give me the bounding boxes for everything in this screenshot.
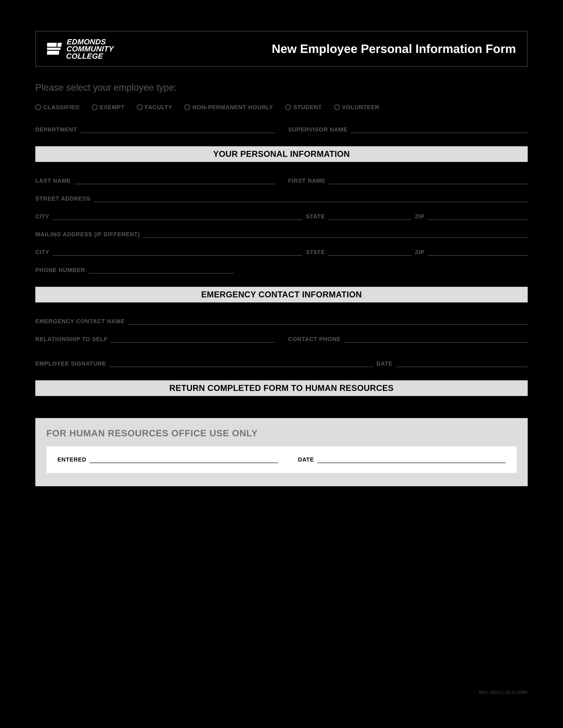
input-city2[interactable] (53, 250, 303, 256)
label-city2: CITY (35, 249, 49, 256)
input-state2[interactable] (328, 250, 412, 256)
label-supervisor: SUPERVISOR NAME (288, 126, 348, 133)
input-city[interactable] (53, 214, 303, 220)
radio-student[interactable]: STUDENT (285, 104, 322, 111)
input-entered[interactable] (90, 457, 278, 463)
input-state[interactable] (328, 214, 412, 220)
radio-label: NON-PERMANENT HOURLY (192, 104, 273, 111)
label-date: DATE (377, 360, 393, 367)
label-state2: STATE (306, 249, 325, 256)
org-name: EDMONDS COMMUNITY COLLEGE (66, 38, 114, 60)
hr-use-only-box: FOR HUMAN RESOURCES OFFICE USE ONLY ENTE… (35, 418, 528, 486)
radio-icon (334, 104, 340, 110)
input-first-name[interactable] (329, 178, 528, 184)
logo-icon (47, 41, 62, 56)
radio-classified[interactable]: CLASSIFIED (35, 104, 80, 111)
input-date[interactable] (396, 361, 528, 367)
input-last-name[interactable] (74, 178, 275, 184)
label-city: CITY (35, 213, 49, 220)
label-signature: EMPLOYEE SIGNATURE (35, 360, 106, 367)
form-title: New Employee Personal Information Form (272, 42, 516, 56)
header-banner: EDMONDS COMMUNITY COLLEGE New Employee P… (35, 31, 528, 67)
input-relationship[interactable] (111, 337, 275, 343)
label-relationship: RELATIONSHIP TO SELF (35, 336, 108, 343)
svg-rect-0 (47, 43, 57, 47)
svg-rect-2 (47, 48, 61, 50)
label-hr-date: DATE (298, 456, 314, 463)
label-contact-phone: CONTACT PHONE (288, 336, 341, 343)
label-zip2: ZIP (415, 249, 424, 256)
org-line2: COMMUNITY (66, 45, 114, 52)
svg-rect-1 (57, 43, 62, 47)
label-street: STREET ADDRESS (35, 195, 90, 202)
input-hr-date[interactable] (317, 457, 506, 463)
input-mailing[interactable] (143, 232, 528, 238)
radio-icon (285, 104, 291, 110)
label-zip: ZIP (415, 213, 424, 220)
label-last-name: LAST NAME (35, 177, 71, 184)
input-zip2[interactable] (428, 250, 528, 256)
hr-inner: ENTERED DATE (46, 446, 517, 473)
section-emergency: EMERGENCY CONTACT INFORMATION (35, 287, 528, 302)
org-logo: EDMONDS COMMUNITY COLLEGE (47, 38, 114, 60)
input-supervisor[interactable] (351, 127, 528, 133)
radio-label: VOLUNTEER (342, 104, 379, 111)
input-signature[interactable] (109, 361, 373, 367)
label-phone: PHONE NUMBER (35, 267, 85, 274)
input-phone[interactable] (88, 268, 234, 274)
radio-icon (137, 104, 143, 110)
section-personal-info: YOUR PERSONAL INFORMATION (35, 146, 528, 162)
radio-icon (92, 104, 98, 110)
radio-label: EXEMPT (100, 104, 125, 111)
label-first-name: FIRST NAME (288, 177, 326, 184)
org-line3: COLLEGE (66, 53, 113, 60)
input-zip[interactable] (428, 214, 528, 220)
radio-label: STUDENT (293, 104, 322, 111)
radio-label: FACULTY (145, 104, 172, 111)
label-department: DEPARTMENT (35, 126, 77, 133)
label-emergency-name: EMERGENCY CONTACT NAME (35, 318, 125, 325)
radio-exempt[interactable]: EXEMPT (92, 104, 125, 111)
radio-faculty[interactable]: FACULTY (137, 104, 172, 111)
hr-title: FOR HUMAN RESOURCES OFFICE USE ONLY (46, 428, 517, 439)
input-contact-phone[interactable] (344, 337, 528, 343)
radio-icon (184, 104, 190, 110)
radio-label: CLASSIFIED (43, 104, 80, 111)
label-state: STATE (306, 213, 325, 220)
radio-non-permanent-hourly[interactable]: NON-PERMANENT HOURLY (184, 104, 273, 111)
input-street[interactable] (94, 196, 528, 202)
org-line1: EDMONDS (67, 38, 114, 45)
svg-rect-3 (47, 51, 59, 55)
revision-footer: REV. 03/11 | 10-11-030F (479, 690, 528, 695)
radio-icon (35, 104, 41, 110)
label-mailing: MAILING ADDRESS (IF DIFFERENT) (35, 231, 140, 238)
employee-type-options: CLASSIFIED EXEMPT FACULTY NON-PERMANENT … (35, 104, 528, 111)
input-emergency-name[interactable] (128, 319, 528, 325)
intro-text: Please select your employee type: (35, 82, 528, 93)
input-department[interactable] (80, 127, 275, 133)
label-entered: ENTERED (57, 456, 86, 463)
section-return: RETURN COMPLETED FORM TO HUMAN RESOURCES (35, 380, 528, 396)
radio-volunteer[interactable]: VOLUNTEER (334, 104, 379, 111)
